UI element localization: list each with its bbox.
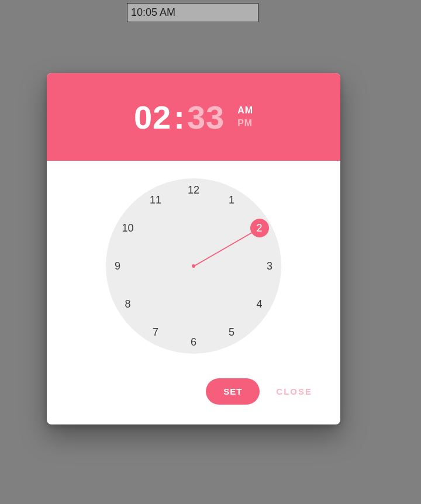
clock-hand[interactable] [194,230,257,267]
clock-hour-6[interactable]: 6 [184,333,203,351]
clock-hour-11[interactable]: 11 [146,191,165,209]
clock-hour-10[interactable]: 10 [118,219,137,237]
clock-hour-1[interactable]: 1 [222,191,241,209]
minutes-display[interactable]: 33 [187,98,225,136]
picker-header: 02 : 33 AM PM [47,73,340,161]
clock-pivot [192,264,195,268]
clock-hour-8[interactable]: 8 [118,295,137,313]
clock-hour-7[interactable]: 7 [146,323,165,341]
time-picker-dialog: 02 : 33 AM PM 121234567891011 SET CLOSE [47,73,340,424]
clock-hour-5[interactable]: 5 [222,323,241,341]
time-display: 02 : 33 AM PM [134,98,253,136]
close-button[interactable]: CLOSE [276,386,312,396]
pm-option[interactable]: PM [237,117,253,130]
clock-hour-3[interactable]: 3 [260,257,279,275]
clock-hour-4[interactable]: 4 [250,295,269,313]
set-button[interactable]: SET [206,378,260,405]
clock-hour-2[interactable]: 2 [250,219,269,237]
clock-hour-12[interactable]: 12 [184,181,203,199]
time-colon: : [171,98,187,136]
clock-hour-9[interactable]: 9 [108,257,127,275]
ampm-toggle: AM PM [237,104,253,130]
picker-body: 121234567891011 [47,161,340,368]
time-input[interactable] [127,3,258,22]
picker-footer: SET CLOSE [47,368,340,424]
hours-display[interactable]: 02 [134,98,171,136]
clock-face[interactable]: 121234567891011 [106,178,281,354]
am-option[interactable]: AM [237,104,253,117]
